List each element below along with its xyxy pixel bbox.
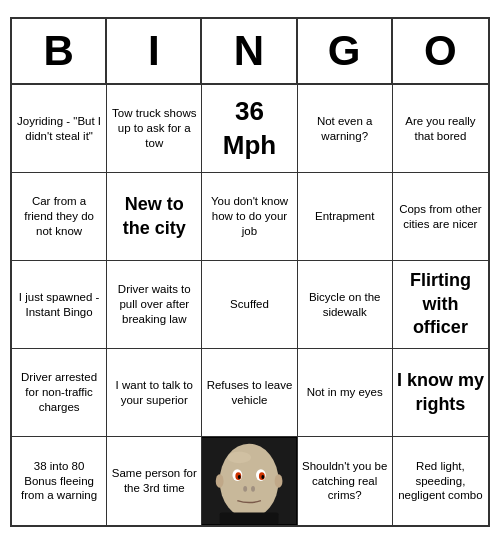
bingo-cell-6: New to the city: [107, 173, 202, 261]
bingo-cell-5: Car from a friend they do not know: [12, 173, 107, 261]
svg-point-13: [275, 474, 283, 488]
bingo-cell-10: I just spawned - Instant Bingo: [12, 261, 107, 349]
svg-point-7: [262, 475, 265, 479]
bingo-cell-14: Flirting with officer: [393, 261, 488, 349]
bingo-cell-17: Refuses to leave vehicle: [202, 349, 297, 437]
bingo-cell-4: Are you really that bored: [393, 85, 488, 173]
bingo-cell-20: 38 into 80 Bonus fleeing from a warning: [12, 437, 107, 525]
header-letter-i: I: [107, 19, 202, 83]
bingo-cell-2: 36 Mph: [202, 85, 297, 173]
bingo-cell-12: Scuffed: [202, 261, 297, 349]
svg-point-10: [228, 452, 252, 464]
bingo-cell-1: Tow truck shows up to ask for a tow: [107, 85, 202, 173]
header-letter-g: G: [298, 19, 393, 83]
bingo-cell-13: Bicycle on the sidewalk: [298, 261, 393, 349]
bingo-cell-24: Red light, speeding, negligent combo: [393, 437, 488, 525]
header-letter-n: N: [202, 19, 297, 83]
bingo-cell-8: Entrapment: [298, 173, 393, 261]
bingo-cell-7: You don't know how to do your job: [202, 173, 297, 261]
bingo-cell-19: I know my rights: [393, 349, 488, 437]
bingo-card: BINGO Joyriding - "But I didn't steal it…: [10, 17, 490, 527]
bingo-cell-3: Not even a warning?: [298, 85, 393, 173]
svg-point-12: [216, 474, 224, 488]
bingo-cell-16: I want to talk to your superior: [107, 349, 202, 437]
bingo-cell-15: Driver arrested for non-traffic charges: [12, 349, 107, 437]
bingo-cell-22: [202, 437, 297, 525]
bingo-cell-0: Joyriding - "But I didn't steal it": [12, 85, 107, 173]
bingo-header: BINGO: [12, 19, 488, 85]
bingo-cell-9: Cops from other cities are nicer: [393, 173, 488, 261]
bingo-cell-18: Not in my eyes: [298, 349, 393, 437]
header-letter-b: B: [12, 19, 107, 83]
bingo-grid: Joyriding - "But I didn't steal it"Tow t…: [12, 85, 488, 525]
header-letter-o: O: [393, 19, 488, 83]
svg-rect-11: [220, 512, 279, 524]
svg-point-9: [251, 486, 255, 492]
svg-point-8: [244, 486, 248, 492]
bingo-cell-21: Same person for the 3rd time: [107, 437, 202, 525]
bingo-cell-11: Driver waits to pull over after breaking…: [107, 261, 202, 349]
bingo-cell-23: Shouldn't you be catching real crims?: [298, 437, 393, 525]
svg-point-6: [238, 475, 241, 479]
